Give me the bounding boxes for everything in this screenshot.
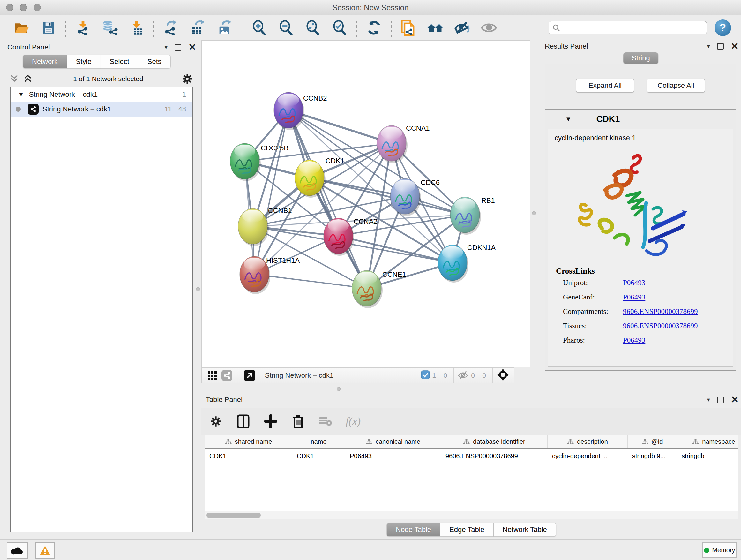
crosslink-value-link[interactable]: P06493 xyxy=(623,293,645,301)
panel-collapse-icon[interactable]: ▾ xyxy=(165,44,167,51)
network-edge[interactable] xyxy=(254,274,367,288)
add-column-icon[interactable] xyxy=(263,414,278,429)
zoom-selected-icon[interactable] xyxy=(331,19,348,37)
horizontal-splitter-handle[interactable] xyxy=(337,387,341,391)
show-columns-icon[interactable] xyxy=(236,414,251,429)
search-input[interactable] xyxy=(560,23,703,32)
cloud-status-button[interactable] xyxy=(7,542,28,559)
panel-float-icon[interactable] xyxy=(717,43,724,50)
network-node-ccnb2[interactable] xyxy=(274,92,305,130)
crosslink-value-link[interactable]: P06493 xyxy=(623,279,645,287)
column-header[interactable]: description xyxy=(548,435,628,448)
expand-all-button[interactable]: Expand All xyxy=(576,78,634,92)
column-header[interactable]: name xyxy=(292,435,345,448)
column-header[interactable]: canonical name xyxy=(345,435,441,448)
network-node-cdk1[interactable] xyxy=(295,160,326,198)
panel-collapse-icon[interactable]: ▾ xyxy=(707,43,710,50)
table-cell[interactable]: 9606.ENSP00000378699 xyxy=(441,449,548,463)
collection-disclosure-icon[interactable]: ▼ xyxy=(18,91,24,98)
string-import-icon[interactable] xyxy=(400,19,417,37)
expand-all-icon[interactable] xyxy=(23,74,32,84)
maximize-window-button[interactable] xyxy=(33,4,41,11)
network-collection-row[interactable]: ▼ String Network – cdk1 1 xyxy=(10,87,192,102)
network-node-cdkn1a[interactable] xyxy=(438,245,468,283)
delete-column-icon[interactable] xyxy=(291,414,306,429)
column-header[interactable]: namespace xyxy=(677,435,738,448)
table-settings-gear-icon[interactable] xyxy=(208,414,223,429)
open-in-window-icon[interactable] xyxy=(242,368,257,383)
network-edge[interactable] xyxy=(288,110,367,288)
hide-panel-icon[interactable] xyxy=(454,19,471,37)
panel-close-icon[interactable]: ✕ xyxy=(731,43,739,50)
tab-select[interactable]: Select xyxy=(101,55,138,69)
save-session-icon[interactable] xyxy=(40,19,57,37)
column-header[interactable]: @id xyxy=(628,435,677,448)
table-cell[interactable]: CDK1 xyxy=(292,449,345,463)
table-horizontal-scrollbar[interactable] xyxy=(205,511,738,519)
zoom-out-icon[interactable] xyxy=(277,19,294,37)
export-network-icon[interactable] xyxy=(162,19,180,37)
tab-network-table[interactable]: Network Table xyxy=(494,523,556,537)
network-node-ccnb1[interactable] xyxy=(238,208,269,246)
show-panel-icon[interactable] xyxy=(480,19,497,37)
network-node-ccna1[interactable] xyxy=(377,125,408,163)
collapse-all-icon[interactable] xyxy=(10,74,19,84)
tab-node-table[interactable]: Node Table xyxy=(387,523,441,537)
node-result-header[interactable]: ▼ CDK1 xyxy=(545,110,736,128)
table-cell[interactable]: cyclin-dependent ... xyxy=(548,449,628,463)
collapse-all-button[interactable]: Collapse All xyxy=(647,78,705,92)
panel-float-icon[interactable] xyxy=(717,396,724,403)
gear-icon[interactable] xyxy=(182,73,193,84)
panel-close-icon[interactable]: ✕ xyxy=(731,396,739,403)
vertical-splitter-handle[interactable] xyxy=(532,211,536,215)
close-window-button[interactable] xyxy=(6,4,13,11)
birdseye-view-icon[interactable] xyxy=(496,368,509,382)
import-table-icon[interactable] xyxy=(128,19,145,37)
warning-status-button[interactable] xyxy=(36,542,55,559)
scrollbar-thumb[interactable] xyxy=(206,513,261,518)
network-node-ccne1[interactable] xyxy=(352,270,383,308)
table-cell[interactable]: stringdb:9... xyxy=(628,449,677,463)
crosslink-value-link[interactable]: 9606.ENSP00000378699 xyxy=(623,322,698,330)
column-header[interactable]: database identifier xyxy=(441,435,548,448)
network-row[interactable]: String Network – cdk1 11 48 xyxy=(10,102,192,117)
panel-close-icon[interactable]: ✕ xyxy=(188,44,196,51)
network-node-ccna2[interactable] xyxy=(324,218,354,256)
table-cell[interactable]: CDK1 xyxy=(205,449,292,463)
hidden-eye-icon[interactable] xyxy=(458,370,468,381)
tab-edge-table[interactable]: Edge Table xyxy=(441,523,494,537)
import-database-icon[interactable] xyxy=(101,19,118,37)
network-node-hist1h1a[interactable] xyxy=(240,256,270,294)
network-overview-icon[interactable] xyxy=(427,19,444,37)
tab-style[interactable]: Style xyxy=(67,55,101,69)
crosslink-value-link[interactable]: P06493 xyxy=(623,336,645,345)
selected-checkbox-icon[interactable] xyxy=(421,370,430,381)
help-icon[interactable]: ? xyxy=(715,19,731,36)
vertical-splitter-handle[interactable] xyxy=(196,287,200,291)
export-image-icon[interactable] xyxy=(216,19,233,37)
open-session-icon[interactable] xyxy=(13,19,30,37)
refresh-icon[interactable] xyxy=(365,19,383,37)
grid-view-icon[interactable] xyxy=(205,368,219,383)
tab-string[interactable]: String xyxy=(623,52,658,64)
crosslink-value-link[interactable]: 9606.ENSP00000378699 xyxy=(623,307,698,316)
table-cell[interactable]: stringdb xyxy=(677,449,738,463)
table-cell[interactable]: P06493 xyxy=(345,449,441,463)
memory-button[interactable]: Memory xyxy=(702,542,737,558)
tab-network[interactable]: Network xyxy=(23,55,67,69)
network-node-cdc6[interactable] xyxy=(390,179,421,216)
table-row[interactable]: CDK1CDK1P064939606.ENSP00000378699cyclin… xyxy=(205,449,738,463)
panel-float-icon[interactable] xyxy=(175,44,181,51)
import-network-icon[interactable] xyxy=(74,19,91,37)
zoom-in-icon[interactable] xyxy=(251,19,268,37)
export-table-icon[interactable] xyxy=(189,19,206,37)
zoom-fit-icon[interactable] xyxy=(304,19,321,37)
minimize-window-button[interactable] xyxy=(20,4,27,11)
panel-collapse-icon[interactable]: ▾ xyxy=(707,396,710,403)
string-share-icon[interactable] xyxy=(219,368,234,383)
tab-sets[interactable]: Sets xyxy=(138,55,171,69)
network-canvas[interactable]: CCNB2CCNA1CDC25BCDK1CDC6RB1CCNB1CCNA2CDK… xyxy=(201,40,530,368)
network-node-rb1[interactable] xyxy=(450,197,481,235)
column-header[interactable]: shared name xyxy=(205,435,292,448)
entry-disclosure-icon[interactable]: ▼ xyxy=(565,116,571,123)
